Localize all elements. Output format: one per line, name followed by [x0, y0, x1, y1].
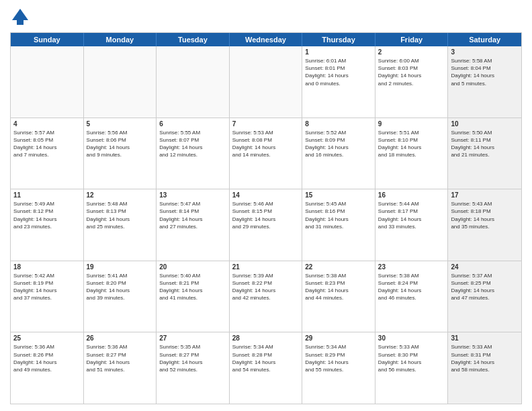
day-number: 25	[13, 334, 81, 342]
cell-info: Sunrise: 5:48 AMSunset: 8:13 PMDaylight:…	[87, 200, 154, 230]
day-number: 7	[232, 120, 300, 128]
cell-info: Sunrise: 5:41 AMSunset: 8:20 PMDaylight:…	[87, 272, 154, 302]
day-number: 16	[378, 191, 445, 199]
day-number: 8	[305, 120, 372, 128]
cell-info: Sunrise: 5:40 AMSunset: 8:21 PMDaylight:…	[159, 272, 226, 302]
cell-info: Sunrise: 5:33 AMSunset: 8:30 PMDaylight:…	[378, 343, 445, 373]
calendar-cell: 24Sunrise: 5:37 AMSunset: 8:25 PMDayligh…	[448, 261, 521, 332]
calendar-cell: 8Sunrise: 5:52 AMSunset: 8:09 PMDaylight…	[302, 118, 375, 189]
day-number: 22	[305, 263, 372, 271]
calendar-cell: 29Sunrise: 5:34 AMSunset: 8:29 PMDayligh…	[302, 332, 375, 404]
calendar-header: SundayMondayTuesdayWednesdayThursdayFrid…	[11, 33, 521, 46]
day-number: 20	[159, 263, 226, 271]
cell-info: Sunrise: 5:50 AMSunset: 8:11 PMDaylight:…	[451, 129, 519, 159]
cell-info: Sunrise: 5:55 AMSunset: 8:07 PMDaylight:…	[159, 129, 226, 159]
day-number: 24	[451, 263, 519, 271]
calendar-header-cell: Tuesday	[157, 33, 230, 46]
calendar-cell: 21Sunrise: 5:39 AMSunset: 8:22 PMDayligh…	[230, 261, 303, 332]
calendar-cell: 23Sunrise: 5:38 AMSunset: 8:24 PMDayligh…	[375, 261, 449, 332]
day-number: 14	[232, 191, 300, 199]
cell-info: Sunrise: 5:56 AMSunset: 8:06 PMDaylight:…	[87, 129, 154, 159]
calendar-cell: 28Sunrise: 5:34 AMSunset: 8:28 PMDayligh…	[230, 332, 303, 404]
logo-icon	[10, 7, 30, 27]
cell-info: Sunrise: 5:51 AMSunset: 8:10 PMDaylight:…	[378, 129, 445, 159]
cell-info: Sunrise: 6:00 AMSunset: 8:03 PMDaylight:…	[378, 57, 445, 87]
cell-info: Sunrise: 5:33 AMSunset: 8:31 PMDaylight:…	[451, 343, 519, 373]
calendar-header-cell: Friday	[375, 33, 449, 46]
calendar-row: 25Sunrise: 5:36 AMSunset: 8:26 PMDayligh…	[11, 332, 521, 404]
calendar-cell: 2Sunrise: 6:00 AMSunset: 8:03 PMDaylight…	[375, 46, 449, 118]
cell-info: Sunrise: 5:38 AMSunset: 8:24 PMDaylight:…	[378, 272, 445, 302]
day-number: 27	[159, 334, 226, 342]
day-number: 5	[87, 120, 154, 128]
calendar-cell: 10Sunrise: 5:50 AMSunset: 8:11 PMDayligh…	[448, 118, 521, 189]
day-number: 19	[87, 263, 154, 271]
cell-info: Sunrise: 5:36 AMSunset: 8:27 PMDaylight:…	[87, 343, 154, 373]
cell-info: Sunrise: 5:58 AMSunset: 8:04 PMDaylight:…	[451, 57, 519, 87]
cell-info: Sunrise: 5:36 AMSunset: 8:26 PMDaylight:…	[13, 343, 81, 373]
calendar-cell: 16Sunrise: 5:44 AMSunset: 8:17 PMDayligh…	[375, 189, 449, 261]
cell-info: Sunrise: 5:44 AMSunset: 8:17 PMDaylight:…	[378, 200, 445, 230]
cell-info: Sunrise: 5:43 AMSunset: 8:18 PMDaylight:…	[451, 200, 519, 230]
calendar-row: 18Sunrise: 5:42 AMSunset: 8:19 PMDayligh…	[11, 261, 521, 333]
calendar-body: 1Sunrise: 6:01 AMSunset: 8:01 PMDaylight…	[11, 46, 521, 404]
day-number: 10	[451, 120, 519, 128]
header	[10, 7, 522, 27]
day-number: 18	[13, 263, 81, 271]
day-number: 28	[232, 334, 300, 342]
day-number: 17	[451, 191, 519, 199]
calendar-row: 1Sunrise: 6:01 AMSunset: 8:01 PMDaylight…	[11, 46, 521, 118]
calendar-cell: 20Sunrise: 5:40 AMSunset: 8:21 PMDayligh…	[157, 261, 230, 332]
calendar-cell: 11Sunrise: 5:49 AMSunset: 8:12 PMDayligh…	[11, 189, 84, 261]
calendar-cell: 4Sunrise: 5:57 AMSunset: 8:05 PMDaylight…	[11, 118, 84, 189]
calendar-cell	[157, 46, 230, 118]
cell-info: Sunrise: 5:37 AMSunset: 8:25 PMDaylight:…	[451, 272, 519, 302]
calendar-cell: 15Sunrise: 5:45 AMSunset: 8:16 PMDayligh…	[302, 189, 375, 261]
day-number: 2	[378, 48, 445, 56]
calendar-header-cell: Monday	[84, 33, 157, 46]
calendar-cell: 5Sunrise: 5:56 AMSunset: 8:06 PMDaylight…	[84, 118, 157, 189]
calendar-header-cell: Thursday	[302, 33, 375, 46]
day-number: 13	[159, 191, 226, 199]
calendar-cell: 7Sunrise: 5:53 AMSunset: 8:08 PMDaylight…	[230, 118, 303, 189]
calendar-cell: 13Sunrise: 5:47 AMSunset: 8:14 PMDayligh…	[157, 189, 230, 261]
page: SundayMondayTuesdayWednesdayThursdayFrid…	[0, 0, 532, 411]
calendar-cell: 6Sunrise: 5:55 AMSunset: 8:07 PMDaylight…	[157, 118, 230, 189]
day-number: 21	[232, 263, 300, 271]
cell-info: Sunrise: 5:57 AMSunset: 8:05 PMDaylight:…	[13, 129, 81, 159]
calendar-cell: 25Sunrise: 5:36 AMSunset: 8:26 PMDayligh…	[11, 332, 84, 404]
cell-info: Sunrise: 5:52 AMSunset: 8:09 PMDaylight:…	[305, 129, 372, 159]
day-number: 26	[87, 334, 154, 342]
calendar-cell: 18Sunrise: 5:42 AMSunset: 8:19 PMDayligh…	[11, 261, 84, 332]
logo	[10, 7, 33, 27]
day-number: 4	[13, 120, 81, 128]
svg-rect-1	[17, 20, 24, 25]
calendar-cell: 14Sunrise: 5:46 AMSunset: 8:15 PMDayligh…	[230, 189, 303, 261]
day-number: 1	[305, 48, 372, 56]
day-number: 15	[305, 191, 372, 199]
calendar-cell: 19Sunrise: 5:41 AMSunset: 8:20 PMDayligh…	[84, 261, 157, 332]
calendar-header-cell: Wednesday	[230, 33, 303, 46]
calendar-header-cell: Saturday	[448, 33, 521, 46]
day-number: 6	[159, 120, 226, 128]
day-number: 12	[87, 191, 154, 199]
calendar-cell: 3Sunrise: 5:58 AMSunset: 8:04 PMDaylight…	[448, 46, 521, 118]
day-number: 11	[13, 191, 81, 199]
calendar-cell: 30Sunrise: 5:33 AMSunset: 8:30 PMDayligh…	[375, 332, 449, 404]
cell-info: Sunrise: 5:53 AMSunset: 8:08 PMDaylight:…	[232, 129, 300, 159]
calendar-cell: 31Sunrise: 5:33 AMSunset: 8:31 PMDayligh…	[448, 332, 521, 404]
calendar-cell: 17Sunrise: 5:43 AMSunset: 8:18 PMDayligh…	[448, 189, 521, 261]
cell-info: Sunrise: 5:49 AMSunset: 8:12 PMDaylight:…	[13, 200, 81, 230]
calendar-header-cell: Sunday	[11, 33, 84, 46]
cell-info: Sunrise: 5:34 AMSunset: 8:29 PMDaylight:…	[305, 343, 372, 373]
cell-info: Sunrise: 5:45 AMSunset: 8:16 PMDaylight:…	[305, 200, 372, 230]
calendar-cell: 27Sunrise: 5:35 AMSunset: 8:27 PMDayligh…	[157, 332, 230, 404]
calendar-cell: 1Sunrise: 6:01 AMSunset: 8:01 PMDaylight…	[302, 46, 375, 118]
cell-info: Sunrise: 5:39 AMSunset: 8:22 PMDaylight:…	[232, 272, 300, 302]
calendar-cell	[11, 46, 84, 118]
calendar-cell: 9Sunrise: 5:51 AMSunset: 8:10 PMDaylight…	[375, 118, 449, 189]
calendar-cell: 26Sunrise: 5:36 AMSunset: 8:27 PMDayligh…	[84, 332, 157, 404]
cell-info: Sunrise: 5:47 AMSunset: 8:14 PMDaylight:…	[159, 200, 226, 230]
day-number: 23	[378, 263, 445, 271]
calendar-cell: 12Sunrise: 5:48 AMSunset: 8:13 PMDayligh…	[84, 189, 157, 261]
